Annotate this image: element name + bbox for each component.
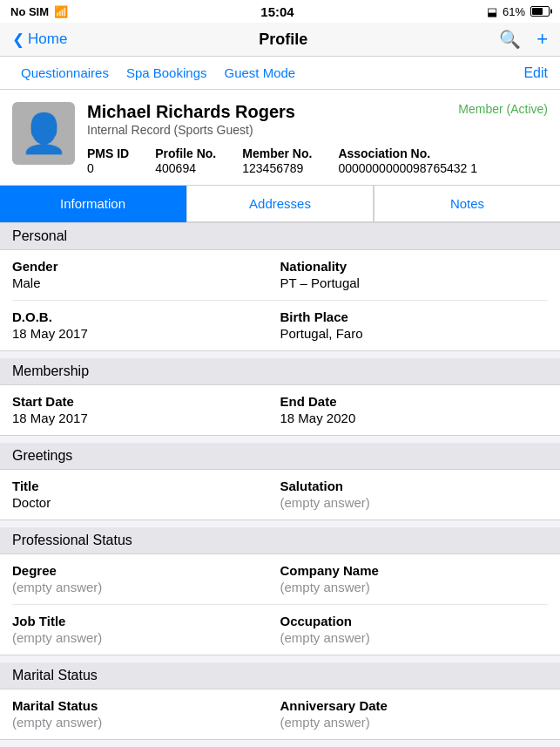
field-value: (empty answer): [280, 495, 370, 510]
sub-nav-questionnaires[interactable]: Questionnaires: [12, 58, 118, 87]
member-no-label: Member No.: [242, 146, 312, 160]
nav-bar: ❮ Home Profile 🔍 +: [0, 23, 560, 57]
page-title: Profile: [259, 31, 307, 49]
field-value: 18 May 2017: [12, 411, 88, 425]
field-value: (empty answer): [280, 715, 370, 730]
field-value: 18 May 2017: [12, 326, 88, 341]
member-no-value: 123456789: [242, 161, 303, 175]
section-header-4: Marital Status: [0, 662, 560, 689]
section-spacer: [0, 740, 560, 747]
field-label: D.O.B.: [12, 309, 280, 324]
field-left-0-1: D.O.B.18 May 2017: [12, 309, 280, 342]
field-left-2-0: TitleDoctor: [12, 479, 280, 511]
wifi-icon: 📶: [54, 5, 68, 18]
field-label: End Date: [280, 394, 549, 409]
table-row: Marital Status(empty answer)Anniversary …: [12, 689, 548, 739]
field-label: Gender: [12, 259, 280, 274]
field-right-3-0: Company Name(empty answer): [280, 563, 549, 595]
chevron-left-icon: ❮: [12, 31, 24, 49]
section-header-0: Personal: [0, 223, 560, 250]
status-time: 15:04: [260, 4, 293, 19]
field-value: Portugal, Faro: [280, 326, 363, 341]
fields-group-3: Degree(empty answer)Company Name(empty a…: [0, 554, 560, 655]
fields-group-2: TitleDoctorSalutation(empty answer): [0, 470, 560, 520]
field-label: Company Name: [280, 563, 549, 578]
pms-id-label: PMS ID: [87, 146, 129, 160]
profile-meta: PMS ID 0 Profile No. 400694 Member No. 1…: [87, 146, 548, 176]
status-bar: No SIM 📶 15:04 ⬓ 61%: [0, 0, 560, 23]
fields-group-0: GenderMaleNationalityPT – PortugalD.O.B.…: [0, 250, 560, 351]
field-value: (empty answer): [280, 580, 370, 594]
field-label: Marital Status: [12, 698, 280, 713]
fields-group-4: Marital Status(empty answer)Anniversary …: [0, 689, 560, 740]
sub-nav-guest-mode[interactable]: Guest Mode: [215, 58, 304, 87]
field-value: (empty answer): [12, 580, 102, 594]
edit-button[interactable]: Edit: [523, 65, 548, 81]
field-label: Degree: [12, 563, 280, 578]
table-row: Job Title(empty answer)Occupation(empty …: [12, 605, 548, 655]
profile-subtitle: Internal Record (Sports Guest): [87, 123, 253, 137]
section-spacer: [0, 520, 560, 527]
profile-name: Michael Richards Rogers: [87, 102, 295, 122]
section-header-3: Professional Status: [0, 527, 560, 554]
field-value: (empty answer): [12, 630, 102, 645]
sub-nav-spa-bookings[interactable]: Spa Bookings: [118, 58, 216, 87]
battery-icon: [530, 6, 550, 17]
sub-nav-items: Questionnaires Spa Bookings Guest Mode: [12, 58, 523, 87]
section-header-2: Greetings: [0, 443, 560, 470]
field-value: (empty answer): [280, 630, 370, 645]
tab-addresses[interactable]: Addresses: [186, 186, 374, 222]
field-right-2-0: Salutation(empty answer): [280, 479, 549, 511]
field-right-0-1: Birth PlacePortugal, Faro: [280, 309, 549, 342]
association-no-value: 0000000000098765432 1: [338, 161, 477, 175]
add-icon[interactable]: +: [536, 28, 548, 51]
field-left-3-0: Degree(empty answer): [12, 563, 280, 595]
back-label: Home: [28, 31, 67, 48]
fields-group-1: Start Date18 May 2017End Date18 May 2020: [0, 385, 560, 436]
field-left-3-1: Job Title(empty answer): [12, 614, 280, 646]
field-left-4-0: Marital Status(empty answer): [12, 698, 280, 730]
meta-profile-no: Profile No. 400694: [155, 146, 216, 176]
table-row: TitleDoctorSalutation(empty answer): [12, 470, 548, 520]
field-right-3-1: Occupation(empty answer): [280, 614, 549, 646]
section-tabs: Information Addresses Notes: [0, 186, 560, 223]
table-row: Degree(empty answer)Company Name(empty a…: [12, 554, 548, 605]
field-label: Salutation: [280, 479, 549, 493]
section-spacer: [0, 351, 560, 358]
field-left-0-0: GenderMale: [12, 259, 280, 291]
field-label: Title: [12, 479, 280, 493]
sub-nav: Questionnaires Spa Bookings Guest Mode E…: [0, 57, 560, 90]
field-right-0-0: NationalityPT – Portugal: [280, 259, 549, 291]
table-row: GenderMaleNationalityPT – Portugal: [12, 250, 548, 301]
avatar-placeholder-icon: 👤: [20, 114, 68, 153]
section-spacer: [0, 436, 560, 443]
section-header-1: Membership: [0, 358, 560, 385]
back-button[interactable]: ❮ Home: [12, 31, 67, 49]
meta-association-no: Association No. 0000000000098765432 1: [338, 146, 477, 176]
tab-information[interactable]: Information: [0, 186, 186, 222]
profile-header: 👤 Michael Richards Rogers Member (Active…: [0, 90, 560, 186]
field-value: Doctor: [12, 495, 51, 510]
profile-no-label: Profile No.: [155, 146, 216, 160]
battery-percent: 61%: [503, 5, 525, 18]
field-right-4-0: Anniversary Date(empty answer): [280, 698, 549, 730]
pms-id-value: 0: [87, 161, 94, 175]
field-right-1-0: End Date18 May 2020: [280, 394, 549, 426]
field-label: Birth Place: [280, 309, 549, 324]
meta-pms-id: PMS ID 0: [87, 146, 129, 176]
tab-notes[interactable]: Notes: [374, 186, 560, 222]
field-value: PT – Portugal: [280, 275, 360, 290]
search-icon[interactable]: 🔍: [499, 29, 521, 50]
content-area: PersonalGenderMaleNationalityPT – Portug…: [0, 223, 560, 747]
status-left: No SIM 📶: [10, 5, 68, 18]
field-label: Nationality: [280, 259, 549, 274]
avatar: 👤: [12, 102, 75, 165]
field-value: Male: [12, 275, 41, 290]
profile-info: Michael Richards Rogers Member (Active) …: [87, 102, 548, 176]
field-label: Occupation: [280, 614, 549, 628]
nav-actions: 🔍 +: [499, 28, 548, 51]
field-label: Start Date: [12, 394, 280, 409]
profile-no-value: 400694: [155, 161, 196, 175]
field-value: (empty answer): [12, 715, 102, 730]
table-row: Start Date18 May 2017End Date18 May 2020: [12, 385, 548, 435]
